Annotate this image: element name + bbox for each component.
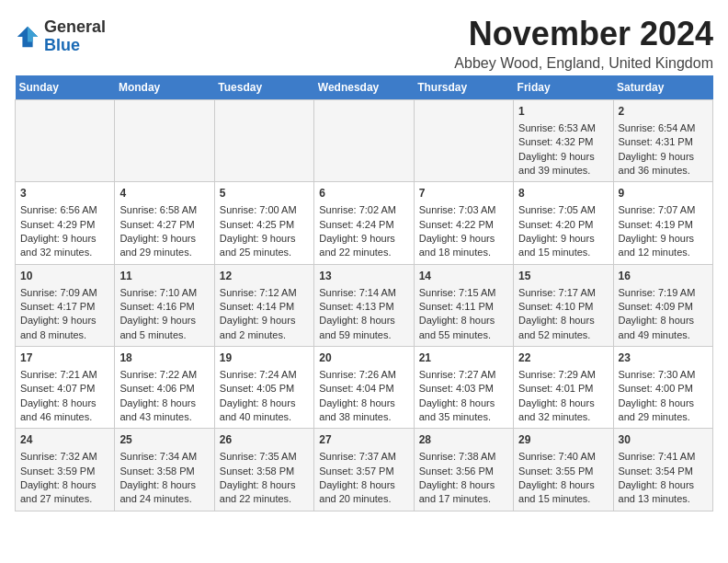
cell-text: Sunset: 4:14 PM [220,300,309,314]
cell-text: Sunrise: 7:26 AM [319,368,408,382]
cell-text: Sunset: 3:54 PM [619,465,708,478]
calendar-cell: 30Sunrise: 7:41 AMSunset: 3:54 PMDayligh… [613,429,712,511]
calendar-cell: 7Sunrise: 7:03 AMSunset: 4:22 PMDaylight… [414,182,513,264]
cell-text: Sunset: 4:13 PM [319,300,408,314]
cell-text: Sunset: 4:00 PM [619,382,708,396]
cell-text: Sunset: 4:06 PM [119,382,209,396]
header: General Blue November 2024 Abbey Wood, E… [15,15,713,72]
calendar-cell: 1Sunrise: 6:53 AMSunset: 4:32 PMDaylight… [514,100,613,182]
cell-text: Daylight: 9 hours and 39 minutes. [518,150,608,178]
calendar-cell: 21Sunrise: 7:27 AMSunset: 4:03 PMDayligh… [414,347,513,429]
cell-text: Sunrise: 7:29 AM [518,368,608,382]
calendar-cell: 4Sunrise: 6:58 AMSunset: 4:27 PMDaylight… [115,182,214,264]
cell-text: Sunset: 4:05 PM [220,382,309,396]
day-number: 12 [220,269,309,284]
day-number: 2 [619,104,708,120]
cell-text: Sunrise: 7:00 AM [220,203,309,217]
calendar-cell: 25Sunrise: 7:34 AMSunset: 3:58 PMDayligh… [115,429,214,511]
week-row-5: 24Sunrise: 7:32 AMSunset: 3:59 PMDayligh… [16,429,713,511]
calendar-cell: 12Sunrise: 7:12 AMSunset: 4:14 PMDayligh… [214,264,313,346]
cell-text: Sunset: 4:09 PM [619,300,708,314]
cell-text: Daylight: 8 hours and 55 minutes. [419,314,508,342]
cell-text: Sunset: 3:58 PM [220,465,309,478]
cell-text: Sunset: 4:10 PM [518,300,608,314]
cell-text: Daylight: 8 hours and 15 minutes. [518,478,608,507]
cell-text: Sunrise: 7:05 AM [518,203,608,217]
cell-text: Sunset: 4:31 PM [619,135,708,149]
cell-text: Daylight: 9 hours and 32 minutes. [20,232,109,260]
cell-text: Sunrise: 7:19 AM [619,286,708,300]
cell-text: Daylight: 9 hours and 12 minutes. [619,232,708,260]
cell-text: Daylight: 8 hours and 29 minutes. [619,396,708,425]
cell-text: Sunset: 4:07 PM [20,382,109,396]
cell-text: Sunset: 4:20 PM [518,218,608,232]
week-row-2: 3Sunrise: 6:56 AMSunset: 4:29 PMDaylight… [16,182,713,264]
day-number: 29 [518,432,608,448]
logo: General Blue [15,18,106,55]
day-number: 17 [20,350,109,366]
calendar-cell: 15Sunrise: 7:17 AMSunset: 4:10 PMDayligh… [514,264,613,346]
cell-text: Sunrise: 7:10 AM [119,286,209,300]
column-header-saturday: Saturday [613,75,712,100]
day-number: 13 [319,269,408,284]
calendar-cell: 6Sunrise: 7:02 AMSunset: 4:24 PMDaylight… [314,182,414,264]
cell-text: Daylight: 9 hours and 29 minutes. [119,232,209,260]
column-header-sunday: Sunday [16,75,115,100]
logo-text: General Blue [44,18,106,55]
cell-text: Sunrise: 7:21 AM [20,368,109,382]
calendar-cell: 13Sunrise: 7:14 AMSunset: 4:13 PMDayligh… [314,264,414,346]
cell-text: Daylight: 9 hours and 2 minutes. [220,314,309,342]
cell-text: Sunset: 4:16 PM [119,300,209,314]
week-row-4: 17Sunrise: 7:21 AMSunset: 4:07 PMDayligh… [16,347,713,429]
calendar-cell: 11Sunrise: 7:10 AMSunset: 4:16 PMDayligh… [115,264,214,346]
cell-text: Daylight: 8 hours and 59 minutes. [319,314,408,342]
cell-text: Sunset: 3:57 PM [319,465,408,478]
calendar-cell [16,100,115,182]
day-number: 9 [619,186,708,201]
logo-icon [15,24,40,50]
column-header-thursday: Thursday [414,75,513,100]
cell-text: Daylight: 8 hours and 22 minutes. [220,478,309,507]
cell-text: Sunrise: 6:56 AM [20,203,109,217]
cell-text: Sunrise: 7:37 AM [319,450,408,464]
calendar-cell [214,100,313,182]
cell-text: Sunset: 4:32 PM [518,135,608,149]
day-number: 10 [20,269,109,284]
calendar-cell [115,100,214,182]
cell-text: Sunrise: 7:17 AM [518,286,608,300]
cell-text: Sunrise: 7:02 AM [319,203,408,217]
month-title: November 2024 [454,15,713,53]
cell-text: Sunrise: 7:35 AM [220,450,309,464]
cell-text: Sunrise: 7:14 AM [319,286,408,300]
cell-text: Sunrise: 7:09 AM [20,286,109,300]
cell-text: Daylight: 8 hours and 13 minutes. [619,478,708,507]
column-header-tuesday: Tuesday [214,75,313,100]
day-number: 23 [619,350,708,366]
cell-text: Daylight: 8 hours and 49 minutes. [619,314,708,342]
day-number: 20 [319,350,408,366]
cell-text: Sunset: 4:25 PM [220,218,309,232]
cell-text: Sunset: 3:59 PM [20,465,109,478]
calendar-cell [414,100,513,182]
cell-text: Sunset: 3:56 PM [419,465,508,478]
cell-text: Sunrise: 7:41 AM [619,450,708,464]
cell-text: Daylight: 8 hours and 52 minutes. [518,314,608,342]
calendar-cell: 16Sunrise: 7:19 AMSunset: 4:09 PMDayligh… [613,264,712,346]
cell-text: Sunrise: 7:40 AM [518,450,608,464]
calendar-cell: 5Sunrise: 7:00 AMSunset: 4:25 PMDaylight… [214,182,313,264]
header-row: SundayMondayTuesdayWednesdayThursdayFrid… [16,75,713,100]
day-number: 14 [419,269,508,284]
cell-text: Daylight: 8 hours and 46 minutes. [20,396,109,425]
day-number: 30 [619,432,708,448]
cell-text: Sunrise: 7:34 AM [119,450,209,464]
day-number: 21 [419,350,508,366]
cell-text: Daylight: 8 hours and 24 minutes. [119,478,209,507]
cell-text: Daylight: 8 hours and 38 minutes. [319,396,408,425]
cell-text: Daylight: 8 hours and 27 minutes. [20,478,109,507]
calendar-cell: 22Sunrise: 7:29 AMSunset: 4:01 PMDayligh… [514,347,613,429]
day-number: 16 [619,269,708,284]
calendar-cell: 18Sunrise: 7:22 AMSunset: 4:06 PMDayligh… [115,347,214,429]
day-number: 7 [419,186,508,201]
cell-text: Daylight: 9 hours and 36 minutes. [619,150,708,178]
title-area: November 2024 Abbey Wood, England, Unite… [454,15,713,72]
